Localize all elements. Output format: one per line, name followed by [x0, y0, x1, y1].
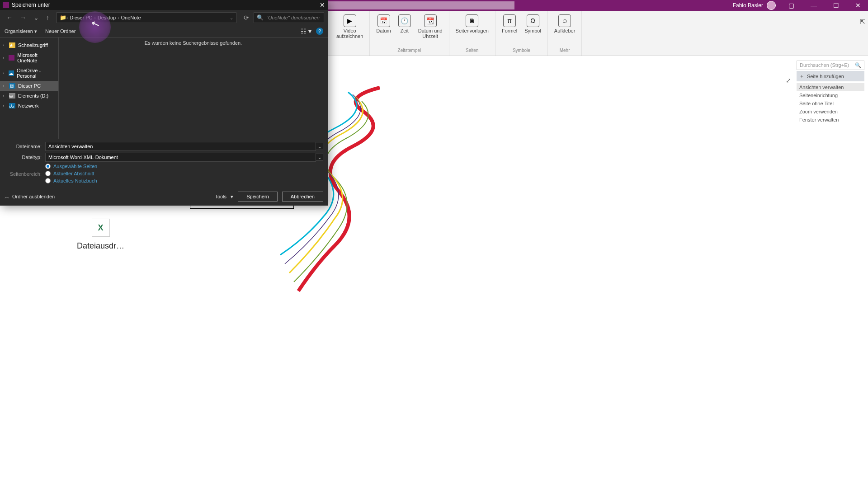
tree-label: Elements (D:) [18, 93, 48, 99]
ribbon-datum[interactable]: 📅Datum [374, 13, 392, 35]
avatar [767, 1, 776, 10]
dialog-title-text: Speichern unter [12, 2, 50, 8]
dialog-nav: ← → ⌄ ↑ 📁 › Dieser PC › Desktop › OneNot… [0, 10, 328, 25]
filename-dropdown-icon[interactable]: ⌄ [316, 143, 323, 150]
tree-label: Microsoft OneNote [17, 52, 56, 63]
page-item[interactable]: Fenster verwalten [797, 116, 864, 124]
breadcrumb[interactable]: 📁 › Dieser PC › Desktop › OneNote ⌄ [57, 12, 236, 23]
tools-button[interactable]: Tools ▾ [215, 194, 233, 200]
add-page-label: Seite hinzufügen [807, 74, 844, 79]
radio-label: Aktuelles Notizbuch [53, 178, 97, 183]
save-dialog: Speichern unter ✕ ← → ⌄ ↑ 📁 › Dieser PC … [0, 0, 328, 206]
pi-icon: π [503, 14, 516, 27]
page-search[interactable]: Durchsuchen (Strg+E) 🔍 [797, 61, 864, 70]
right-panel: Durchsuchen (Strg+E) 🔍 ＋ Seite hinzufüge… [797, 61, 864, 124]
cancel-button[interactable]: Abbrechen [282, 192, 323, 202]
smile-icon: ☺ [558, 14, 571, 27]
ribbon-datum-zeit[interactable]: 📆Datum und Uhrzeit [416, 13, 444, 41]
ribbon-label: Symbol [524, 28, 541, 33]
new-folder-button[interactable]: Neuer Ordner [45, 28, 75, 34]
page-item[interactable]: Seiteneinrichtung [797, 91, 864, 99]
ribbon-symbol[interactable]: ΩSymbol [523, 13, 543, 35]
save-button[interactable]: Speichern [238, 192, 278, 202]
ribbon-group-label: Mehr [560, 48, 570, 54]
tree-item-onenote[interactable]: ›Microsoft OneNote [0, 50, 58, 66]
search-placeholder: "OneNote" durchsuchen [266, 15, 320, 20]
forward-icon[interactable]: → [17, 13, 29, 22]
maximize-icon[interactable]: ☐ [830, 1, 843, 10]
hide-folders-label: Ordner ausblenden [12, 194, 55, 199]
ribbon-sticker[interactable]: ☺Aufkleber [552, 13, 577, 35]
dialog-titlebar: Speichern unter ✕ [0, 0, 328, 10]
breadcrumb-dropdown-icon[interactable]: ⌄ [230, 15, 233, 20]
hide-folders-button[interactable]: ︿ Ordner ausblenden [5, 193, 55, 200]
filetype-dropdown-icon[interactable]: ⌄ [316, 154, 323, 161]
chevron-up-icon: ︿ [5, 193, 9, 200]
omega-icon: Ω [527, 14, 539, 27]
radio-current-section[interactable] [45, 171, 51, 176]
close-icon[interactable]: ✕ [852, 1, 864, 10]
back-icon[interactable]: ← [4, 13, 15, 22]
help-icon[interactable]: ? [316, 28, 323, 35]
filetype-label: Dateityp: [5, 155, 45, 160]
dialog-footer: ︿ Ordner ausblenden Tools ▾ Speichern Ab… [0, 189, 328, 204]
radio-current-notebook[interactable] [45, 178, 51, 183]
dialog-app-icon [3, 2, 9, 8]
dialog-toolbar: Organisieren ▾ Neuer Ordner ☷ ▾ ? [0, 25, 328, 37]
breadcrumb-item[interactable]: OneNote [119, 15, 143, 20]
share-icon[interactable]: ⇱ [860, 18, 865, 25]
window-restore-icon[interactable]: ▢ [785, 1, 798, 10]
breadcrumb-item[interactable]: Desktop [96, 15, 118, 20]
up-icon[interactable]: ↑ [43, 13, 52, 22]
ribbon-group-label: Zeitstempel [398, 48, 421, 54]
ribbon-label: Zeit [401, 28, 409, 33]
plus-icon: ＋ [799, 73, 804, 80]
search-placeholder: Durchsuchen (Strg+E) [800, 62, 849, 68]
ribbon-zeit[interactable]: 🕐Zeit [396, 13, 413, 35]
tree-item-network[interactable]: ›🖧Netzwerk [0, 101, 58, 111]
filetype-input[interactable] [45, 153, 316, 162]
canvas-text-box[interactable] [190, 205, 294, 209]
tree-item-thispc[interactable]: ›🖥Dieser PC [0, 81, 58, 91]
refresh-icon[interactable]: ⟳ [241, 13, 252, 22]
ribbon-group-label: Seiten [466, 48, 478, 54]
dialog-form: Dateiname: ⌄ Dateityp: ⌄ Seitenbereich: … [0, 139, 328, 189]
organize-button[interactable]: Organisieren ▾ [5, 28, 37, 34]
range-label: Seitenbereich: [5, 171, 45, 177]
dialog-body: ›★Schnellzugriff ›Microsoft OneNote ›☁On… [0, 37, 328, 139]
tree-label: OneDrive - Personal [17, 68, 56, 79]
tree-label: Netzwerk [18, 103, 39, 108]
add-page-button[interactable]: ＋ Seite hinzufügen [797, 71, 864, 81]
ribbon-video[interactable]: ▶ Video aufzeichnen [335, 13, 365, 41]
radio-selected-pages[interactable] [45, 164, 51, 169]
view-mode-icon[interactable]: ☷ ▾ [301, 28, 311, 35]
user-info[interactable]: Fabio Basler [733, 1, 776, 10]
tree-item-quickaccess[interactable]: ›★Schnellzugriff [0, 40, 58, 50]
close-icon[interactable]: ✕ [320, 1, 325, 9]
calendar-icon: 📅 [377, 14, 390, 27]
ribbon-formula[interactable]: πFormel [500, 13, 519, 35]
filename-input[interactable] [45, 142, 316, 151]
tree-item-elements[interactable]: ›⛀Elements (D:) [0, 91, 58, 101]
ribbon-group-label: Symbole [513, 48, 530, 54]
tree-label: Dieser PC [18, 83, 41, 89]
history-dropdown-icon[interactable]: ⌄ [31, 13, 42, 22]
excel-file[interactable]: X Dateiausdr… [77, 219, 124, 251]
ribbon-label: Seitenvorlagen [456, 28, 489, 33]
page-item[interactable]: Seite ohne Titel [797, 99, 864, 108]
radio-label: Ausgewählte Seiten [53, 164, 97, 169]
search-icon: 🔍 [257, 14, 264, 21]
radio-label: Aktueller Abschnitt [53, 171, 94, 176]
tree-item-onedrive[interactable]: ›☁OneDrive - Personal [0, 66, 58, 81]
folder-tree: ›★Schnellzugriff ›Microsoft OneNote ›☁On… [0, 38, 59, 139]
video-icon: ▶ [344, 14, 356, 27]
expand-icon[interactable]: ⤢ [786, 77, 791, 84]
page-item[interactable]: Ansichten verwalten [797, 83, 864, 91]
minimize-icon[interactable]: — [807, 1, 821, 10]
ribbon-templates[interactable]: 🗎Seitenvorlagen [454, 13, 491, 35]
breadcrumb-item[interactable]: Dieser PC [68, 15, 94, 20]
empty-results: Es wurden keine Suchergebnisse gefunden. [59, 38, 328, 139]
search-icon: 🔍 [855, 62, 861, 68]
page-item[interactable]: Zoom verwenden [797, 108, 864, 116]
dialog-search[interactable]: 🔍 "OneNote" durchsuchen [254, 12, 324, 23]
